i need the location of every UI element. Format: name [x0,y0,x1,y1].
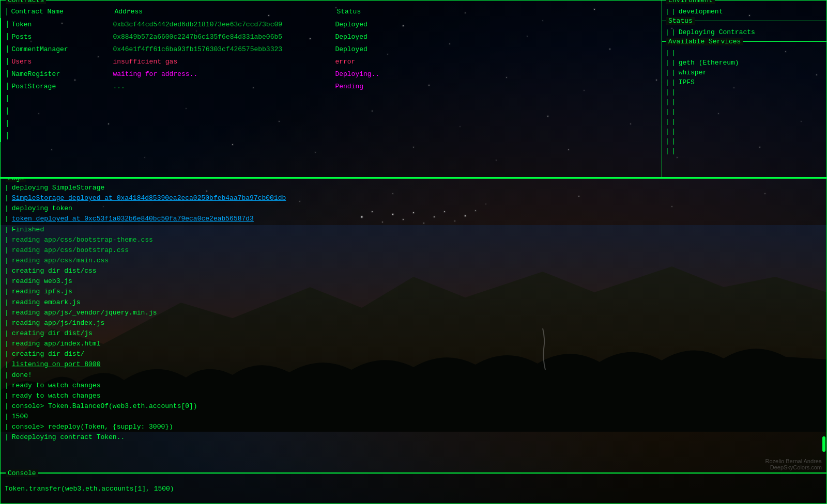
contract-name-nameregister: NameRegister [11,70,113,78]
log-text: creating dir dist/ [12,349,84,359]
log-text: reading app/css/bootstrap-theme.css [12,235,153,245]
logs-panel-title: Logs [6,178,26,182]
log-text: ready to watch changes [12,391,101,401]
log-text: listening on port 8000 [12,359,101,370]
contract-status-poststorage: Pending [335,83,363,90]
col-header-name: Contract Name [11,8,114,16]
table-row: | Token 0xb3cf44cd5442ded6db2181073ee63c… [1,18,662,30]
log-line: | reading ipfs.js [5,287,822,297]
log-text: done! [12,370,32,381]
log-line: | reading embark.js [5,297,822,308]
service-item-whisper: | | whisper [662,68,826,77]
log-text: reading ipfs.js [12,287,72,297]
log-line: | reading app/css/main.css [5,256,822,266]
scrollbar-thumb[interactable] [822,436,825,452]
table-row-empty: | [1,117,662,130]
log-line: | creating dir dist/js [5,328,822,339]
table-row: | NameRegister waiting for address.. Dep… [1,68,662,80]
contract-status-token: Deployed [335,21,367,28]
log-text: Finished [12,225,44,235]
service-whisper: whisper [679,69,707,76]
log-line: | reading app/index.html [5,339,822,349]
log-line: | SimpleStorage deployed at 0xa4184d8539… [5,193,822,203]
contract-addr-commentmanager: 0x46e1f4ff61c6ba93fb1576303cf426575ebb33… [113,45,335,53]
log-text: ready to watch changes [12,381,101,391]
contract-status-posts: Deployed [335,33,367,41]
contracts-panel-title: Contracts [6,0,46,4]
log-text: token deployed at 0xc53f1a032b6e840bc50f… [12,214,254,224]
contract-addr-posts: 0x8849b572a6600c2247b6c135f6e84d331abe06… [113,33,335,41]
log-text: SimpleStorage deployed at 0xa4184d85390e… [12,193,286,203]
service-empty: || [662,97,826,107]
log-text: deploying SimpleStorage [12,183,104,193]
log-line: | deploying token [5,203,822,214]
contracts-panel: Contracts | Contract Name Address Status… [0,0,662,178]
log-line: | console> Token.BalanceOf(web3.eth.acco… [5,401,822,412]
service-item-geth: | | geth (Ethereum) [662,58,826,68]
contract-status-users: error [335,58,355,66]
table-row: | CommentManager 0x46e1f4ff61c6ba93fb157… [1,43,662,55]
log-text: console> Token.BalanceOf(web3.eth.accoun… [12,401,197,412]
table-row: | Users insufficient gas error [1,55,662,68]
environment-value: development [679,8,723,15]
log-text: deploying token [12,203,72,214]
table-row-empty: | [1,105,662,117]
environment-label: Environment [666,0,715,4]
log-line: | reading app/css/bootstrap-theme.css [5,235,822,245]
contract-name-posts: Posts [11,33,113,41]
table-row: | PostStorage ... Pending [1,80,662,92]
logs-section: Logs | deploying SimpleStorage | SimpleS… [0,178,827,473]
service-empty: || [662,136,826,146]
console-input[interactable] [5,485,822,493]
log-text: reading app/index.html [12,339,101,349]
service-ipfs: IPFS [679,78,695,86]
log-line: | creating dir dist/ [5,349,822,359]
log-line: | token deployed at 0xc53f1a032b6e840bc5… [5,214,822,224]
log-text: reading web3.js [12,276,72,287]
logs-content[interactable]: | deploying SimpleStorage | SimpleStorag… [1,179,826,464]
log-line: | reading app/js/_vendor/jquery.min.js [5,308,822,318]
log-text: creating dir dist/css [12,266,97,276]
log-line: | 1500 [5,412,822,422]
contracts-table: | Contract Name Address Status | Token 0… [1,1,662,142]
log-line: | creating dir dist/css [5,266,822,276]
log-text: reading embark.js [12,297,81,308]
log-line: | listening on port 8000 [5,359,822,370]
service-empty: || [662,146,826,156]
services-label: Available Services [666,38,743,45]
services-section: Available Services | | | | geth (Ethereu… [662,42,826,160]
service-empty: || [662,127,826,136]
log-line: | deploying SimpleStorage [5,183,822,193]
contract-name-users: Users [11,58,113,66]
log-line: | done! [5,370,822,381]
log-text: creating dir dist/js [12,328,93,339]
right-sidebar: Environment | | development Status | | D… [662,0,827,178]
log-line: | reading web3.js [5,276,822,287]
table-row-empty: | [1,130,662,142]
environment-value-line: | | development [662,7,826,17]
contract-addr-token: 0xb3cf44cd5442ded6db2181073ee63c7ccd73bc… [113,21,335,28]
log-line: | Finished [5,225,822,235]
service-empty: || [662,107,826,117]
contract-name-token: Token [11,21,113,28]
console-section: Console [0,473,827,504]
log-line: | reading app/js/index.js [5,318,822,328]
contract-name-poststorage: PostStorage [11,83,113,90]
log-line: | Redeploying contract Token.. [5,432,822,443]
console-panel-title: Console [6,469,38,477]
service-geth: geth (Ethereum) [679,59,739,67]
status-label: Status [666,17,695,25]
service-empty: || [662,117,826,127]
contract-name-commentmanager: CommentManager [11,45,113,53]
console-input-area [1,485,826,493]
log-text: 1500 [12,412,28,422]
log-line: | ready to watch changes [5,381,822,391]
contract-addr-users: insufficient gas [113,58,335,66]
log-text: reading app/js/_vendor/jquery.min.js [12,308,157,318]
contract-addr-poststorage: ... [113,83,335,90]
log-line: | reading app/css/bootstrap.css [5,245,822,256]
col-header-status: Status [336,8,440,16]
table-row: | Posts 0x8849b572a6600c2247b6c135f6e84d… [1,30,662,43]
status-value: Deploying Contracts [679,28,755,36]
table-row-empty: | [1,92,662,105]
